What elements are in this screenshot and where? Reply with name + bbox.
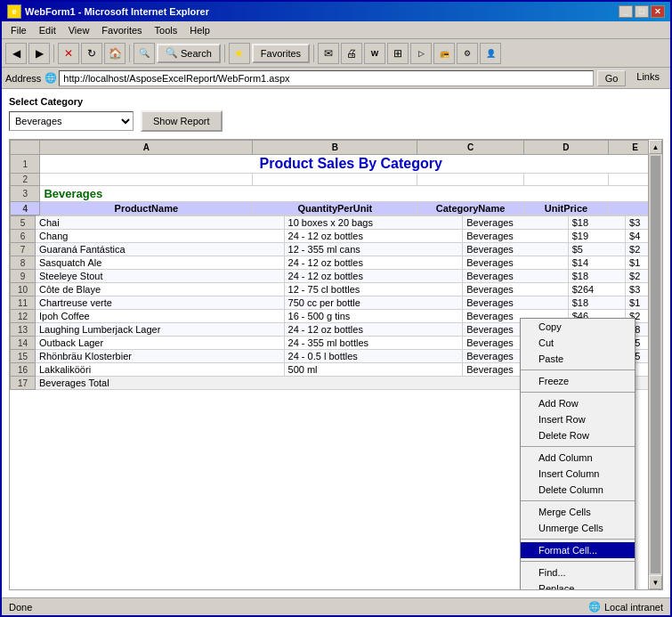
links-label: Links <box>636 71 660 82</box>
cell-2b[interactable] <box>253 174 417 186</box>
cell-12-b[interactable]: 16 - 500 g tins <box>284 310 463 323</box>
menu-edit[interactable]: Edit <box>34 23 61 37</box>
address-input[interactable] <box>59 70 593 86</box>
cell-9-b[interactable]: 24 - 12 oz bottles <box>284 270 463 283</box>
cell-5-c[interactable]: Beverages <box>463 216 568 230</box>
cell-11-a[interactable]: Chartreuse verte <box>36 296 285 310</box>
cell-7-d[interactable]: $5 <box>568 243 625 256</box>
context-menu-item-5[interactable]: Insert Row <box>521 411 635 427</box>
cell-6-a[interactable]: Chang <box>36 230 285 243</box>
col-header-category[interactable]: CategoryName <box>417 202 523 215</box>
cell-9-a[interactable]: Steeleye Stout <box>36 270 285 283</box>
cell-13-a[interactable]: Laughing Lumberjack Lager <box>36 323 285 337</box>
home-button[interactable]: 🏠 <box>104 43 125 64</box>
more-button[interactable]: ⊞ <box>387 43 409 64</box>
cell-14-a[interactable]: Outback Lager <box>36 337 285 350</box>
cell-5-d[interactable]: $18 <box>568 216 625 230</box>
cell-8-c[interactable]: Beverages <box>463 256 568 270</box>
back-button[interactable]: ◀ <box>5 43 27 64</box>
context-menu-item-14[interactable]: Replace... <box>521 580 635 590</box>
cell-5-b[interactable]: 10 boxes x 20 bags <box>284 216 463 230</box>
context-menu-item-0[interactable]: Copy <box>521 319 635 335</box>
cell-16-a[interactable]: Lakkalikööri <box>36 363 285 377</box>
context-menu-item-2[interactable]: Paste <box>521 351 635 367</box>
cell-6-b[interactable]: 24 - 12 oz bottles <box>284 230 463 243</box>
cell-8-d[interactable]: $14 <box>568 256 625 270</box>
cell-15-a[interactable]: Rhönbräu Klosterbier <box>36 350 285 363</box>
scrollbar-vertical[interactable]: ▲ ▼ <box>648 140 662 589</box>
context-menu-item-3[interactable]: Freeze <box>521 373 635 389</box>
scroll-up-arrow[interactable]: ▲ <box>649 140 662 154</box>
cell-15-b[interactable]: 24 - 0.5 l bottles <box>284 350 463 363</box>
menu-tools[interactable]: Tools <box>150 23 183 37</box>
word-button[interactable]: W <box>364 43 385 64</box>
menu-view[interactable]: View <box>63 23 95 37</box>
context-menu-item-6[interactable]: Delete Row <box>521 427 635 443</box>
tools-button[interactable]: ⚙ <box>457 43 478 64</box>
cell-8-a[interactable]: Sasquatch Ale <box>36 256 285 270</box>
cell-10-a[interactable]: Côte de Blaye <box>36 283 285 296</box>
cell-6-d[interactable]: $19 <box>568 230 625 243</box>
spreadsheet-container: A B C D E 1 Product Sales By Category <box>9 139 663 590</box>
cell-13-b[interactable]: 24 - 12 oz bottles <box>284 323 463 337</box>
cell-16-b[interactable]: 500 ml <box>284 363 463 377</box>
cell-7-a[interactable]: Guaraná Fantástica <box>36 243 285 256</box>
scroll-thumb[interactable] <box>651 156 660 573</box>
context-menu-item-13[interactable]: Find... <box>521 564 635 580</box>
stop-button[interactable]: ✕ <box>58 43 79 64</box>
links-button[interactable]: Links <box>629 70 667 86</box>
cell-10-b[interactable]: 12 - 75 cl bottles <box>284 283 463 296</box>
radio-button[interactable]: 📻 <box>433 43 455 64</box>
favorites-button[interactable]: Favorites <box>252 44 310 63</box>
user-button[interactable]: 👤 <box>480 43 501 64</box>
context-menu: CopyCutPasteFreezeAdd RowInsert RowDelet… <box>520 318 636 590</box>
col-header-unit-price[interactable]: UnitPrice <box>523 202 609 215</box>
cell-11-b[interactable]: 750 cc per bottle <box>284 296 463 310</box>
context-menu-item-1[interactable]: Cut <box>521 335 635 351</box>
cell-14-b[interactable]: 24 - 355 ml bottles <box>284 337 463 350</box>
cell-9-d[interactable]: $18 <box>568 270 625 283</box>
go-button[interactable]: Go <box>597 70 627 86</box>
scroll-down-arrow[interactable]: ▼ <box>649 575 662 589</box>
maximize-button[interactable]: □ <box>635 5 649 18</box>
close-button[interactable]: ✕ <box>651 5 665 18</box>
context-menu-item-10[interactable]: Merge Cells <box>521 504 635 520</box>
cell-11-c[interactable]: Beverages <box>463 296 568 310</box>
print-button[interactable]: 🖨 <box>341 43 362 64</box>
toolbar: ◀ ▶ ✕ ↻ 🏠 🔍 🔍 Search ★ Favorites ✉ 🖨 W ⊞… <box>2 39 670 68</box>
cell-5-a[interactable]: Chai <box>36 216 285 230</box>
cell-7-b[interactable]: 12 - 355 ml cans <box>284 243 463 256</box>
cell-2a[interactable] <box>40 174 253 186</box>
context-menu-item-7[interactable]: Add Column <box>521 450 635 466</box>
cell-7-c[interactable]: Beverages <box>463 243 568 256</box>
category-select[interactable]: Beverages <box>9 111 134 131</box>
cell-10-c[interactable]: Beverages <box>463 283 568 296</box>
mail-button[interactable]: ✉ <box>318 43 339 64</box>
cell-9-c[interactable]: Beverages <box>463 270 568 283</box>
refresh-button[interactable]: ↻ <box>81 43 102 64</box>
cell-2c[interactable] <box>417 174 523 186</box>
menu-file[interactable]: File <box>5 23 32 37</box>
cell-8-b[interactable]: 24 - 12 oz bottles <box>284 256 463 270</box>
menu-help[interactable]: Help <box>184 23 215 37</box>
context-menu-item-8[interactable]: Insert Column <box>521 466 635 482</box>
category-name-cell[interactable]: Beverages <box>40 186 662 202</box>
cell-6-c[interactable]: Beverages <box>463 230 568 243</box>
context-menu-item-11[interactable]: Unmerge Cells <box>521 520 635 536</box>
context-menu-item-4[interactable]: Add Row <box>521 395 635 411</box>
context-menu-item-9[interactable]: Delete Column <box>521 482 635 498</box>
media-button[interactable]: ▷ <box>410 43 432 64</box>
menu-favorites[interactable]: Favorites <box>96 23 147 37</box>
forward-button[interactable]: ▶ <box>28 43 50 64</box>
cell-11-d[interactable]: $18 <box>568 296 625 310</box>
spreadsheet-title[interactable]: Product Sales By Category <box>40 155 662 174</box>
search-button[interactable]: 🔍 Search <box>157 44 221 63</box>
col-header-product-name[interactable]: ProductName <box>40 202 253 215</box>
cell-12-a[interactable]: Ipoh Coffee <box>36 310 285 323</box>
col-header-quantity[interactable]: QuantityPerUnit <box>253 202 417 215</box>
cell-2d[interactable] <box>523 174 609 186</box>
cell-10-d[interactable]: $264 <box>568 283 625 296</box>
context-menu-item-12[interactable]: Format Cell... <box>521 542 635 558</box>
show-report-button[interactable]: Show Report <box>141 110 223 132</box>
minimize-button[interactable]: _ <box>619 5 633 18</box>
